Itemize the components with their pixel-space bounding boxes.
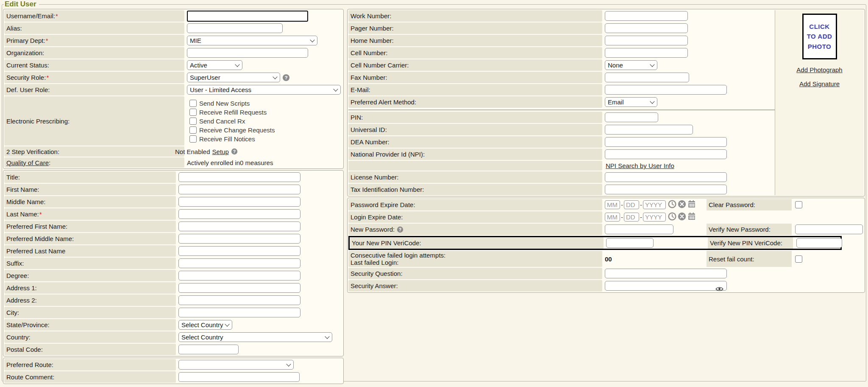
chevron-down-icon	[333, 87, 338, 91]
preferred-route-select[interactable]	[178, 360, 294, 370]
npi-input[interactable]	[605, 149, 727, 159]
clear-date-icon[interactable]	[678, 200, 686, 210]
middle-name-input[interactable]	[178, 197, 300, 207]
verify-new-pin-vericode-input[interactable]	[796, 238, 842, 248]
security-role-select[interactable]: SuperUser	[187, 73, 280, 82]
route-section: Preferred Route: Route Comment:	[3, 358, 344, 384]
city-input[interactable]	[178, 308, 300, 317]
state-select[interactable]: Select Country	[178, 320, 232, 330]
photo-panel: CLICK TO ADD PHOTO Add Photograph Add Si…	[775, 10, 864, 195]
erx-option: Send New Scripts	[189, 100, 275, 107]
help-icon[interactable]: ?	[231, 148, 238, 155]
security-answer-input[interactable]	[605, 281, 727, 291]
receive-fill-notices-checkbox[interactable]	[189, 135, 197, 143]
home-number-input[interactable]	[605, 36, 688, 45]
login-expire-day-input[interactable]: DD	[624, 213, 639, 222]
send-cancel-rx-checkbox[interactable]	[189, 118, 197, 125]
password-security-section: Password Expire Date: MM - DD - YYYY	[347, 198, 865, 293]
current-status-select[interactable]: Active	[187, 60, 242, 70]
postal-code-row: Postal Code:	[4, 344, 342, 355]
fax-number-input[interactable]	[605, 73, 689, 82]
organization-input[interactable]	[187, 48, 308, 58]
address1-row: Address 1:	[4, 282, 342, 294]
country-row: Country:Select Country	[4, 331, 342, 343]
svg-text:?: ?	[233, 149, 236, 154]
address1-input[interactable]	[178, 283, 300, 293]
degree-row: Degree:	[4, 270, 342, 281]
clock-icon[interactable]	[668, 200, 676, 210]
receive-refill-requests-checkbox[interactable]	[189, 109, 197, 116]
last-name-input[interactable]	[178, 209, 300, 219]
password-expire-month-input[interactable]: MM	[605, 200, 620, 209]
address2-input[interactable]	[178, 295, 300, 305]
reset-fail-count-checkbox[interactable]	[795, 255, 802, 263]
login-expire-month-input[interactable]: MM	[605, 213, 620, 222]
primary-dept-select[interactable]: MIE	[187, 36, 317, 45]
new-password-input[interactable]	[605, 224, 673, 234]
preferred-middle-name-input[interactable]	[178, 234, 300, 244]
preferred-first-name-input[interactable]	[178, 222, 300, 231]
universal-id-input[interactable]	[605, 125, 693, 135]
security-question-input[interactable]	[605, 269, 727, 278]
chevron-down-icon	[225, 322, 229, 326]
pager-number-input[interactable]	[605, 23, 688, 33]
add-photo-box[interactable]: CLICK TO ADD PHOTO	[802, 14, 837, 59]
alert-method-row: Preferred Alert Method:Email	[348, 96, 775, 108]
chevron-down-icon	[273, 74, 277, 79]
verify-new-password-input[interactable]	[795, 224, 863, 234]
tax-id-input[interactable]	[605, 185, 727, 194]
chevron-down-icon	[650, 62, 654, 67]
verify-new-pin-vericode-label: Verify New PIN VeriCode:	[708, 237, 793, 249]
new-pin-vericode-input[interactable]	[606, 238, 654, 248]
dea-number-input[interactable]	[605, 137, 727, 147]
password-expire-year-input[interactable]: YYYY	[643, 200, 666, 209]
def-user-role-row: Def. User Role: User - Limited Access	[4, 84, 342, 95]
login-expire-year-input[interactable]: YYYY	[643, 213, 666, 222]
username-row: Username/Email:*	[4, 10, 342, 22]
npi-search-link[interactable]: NPI Search by User Info	[606, 162, 674, 169]
receive-change-requests-checkbox[interactable]	[189, 126, 197, 134]
email-row: E-Mail:	[348, 84, 775, 95]
cell-carrier-select[interactable]: None	[605, 60, 657, 70]
title-input[interactable]	[178, 172, 300, 182]
two-step-setup-link[interactable]: Setup	[212, 148, 229, 155]
clear-password-checkbox[interactable]	[795, 201, 802, 208]
cell-number-input[interactable]	[605, 48, 688, 58]
add-photograph-link[interactable]: Add Photograph	[796, 66, 842, 73]
degree-input[interactable]	[178, 271, 300, 280]
empty-label-cell	[348, 161, 602, 171]
help-icon[interactable]: ?	[397, 226, 403, 233]
city-row: City:	[4, 307, 342, 318]
cell-number-row: Cell Number:	[348, 47, 775, 59]
calendar-icon[interactable]	[687, 212, 696, 222]
pin-input[interactable]	[605, 112, 658, 122]
alias-input[interactable]	[187, 23, 283, 33]
country-select[interactable]: Select Country	[178, 332, 332, 342]
clock-icon[interactable]	[668, 212, 676, 222]
first-name-row: First Name:	[4, 184, 342, 195]
title-row: Title:	[4, 171, 342, 183]
send-new-scripts-checkbox[interactable]	[189, 100, 197, 107]
calendar-icon[interactable]	[687, 200, 696, 210]
license-number-input[interactable]	[605, 172, 727, 182]
home-number-row: Home Number:	[348, 35, 775, 46]
fax-number-row: Fax Number:	[348, 72, 775, 83]
first-name-input[interactable]	[178, 185, 300, 194]
username-input[interactable]	[187, 11, 308, 22]
electronic-prescribing-label: Electronic Prescribing:	[4, 96, 184, 146]
clear-date-icon[interactable]	[678, 212, 686, 222]
suffix-input[interactable]	[178, 258, 300, 268]
route-comment-input[interactable]	[178, 372, 300, 382]
organization-label: Organization:	[4, 47, 184, 59]
preferred-last-name-input[interactable]	[178, 246, 300, 256]
password-expire-row: Password Expire Date: MM - DD - YYYY	[348, 199, 864, 210]
alert-method-select[interactable]: Email	[605, 97, 657, 107]
quality-of-care-label: Quality of Care:	[4, 157, 184, 168]
add-signature-link[interactable]: Add Signature	[799, 80, 840, 87]
work-number-input[interactable]	[605, 11, 688, 21]
def-user-role-select[interactable]: User - Limited Access	[187, 85, 341, 95]
password-expire-day-input[interactable]: DD	[624, 200, 639, 209]
email-input[interactable]	[605, 85, 727, 95]
postal-code-input[interactable]	[178, 345, 239, 354]
help-icon[interactable]: ?	[282, 74, 290, 81]
